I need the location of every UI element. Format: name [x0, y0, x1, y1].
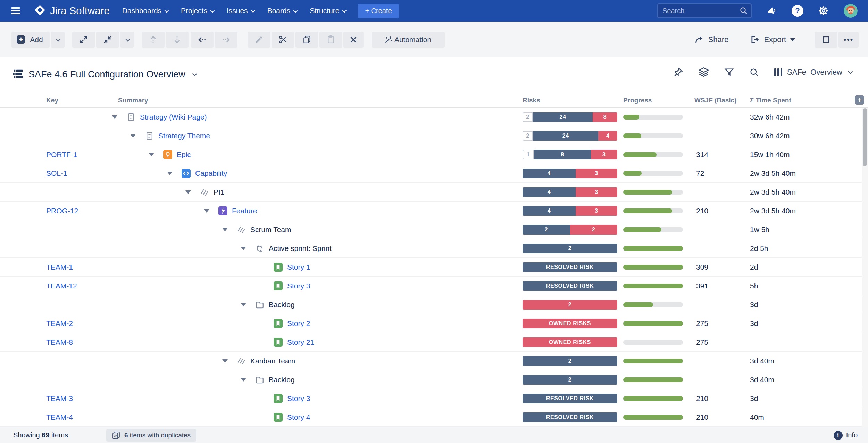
- perspective-selector[interactable]: SAFe_Overview: [774, 68, 851, 77]
- issue-key-link[interactable]: TEAM-1: [46, 258, 73, 276]
- summary-text[interactable]: Feature: [232, 207, 257, 215]
- jira-logo[interactable]: Jira Software: [34, 4, 110, 17]
- expand-collapse-chevron[interactable]: [241, 303, 246, 306]
- vertical-scrollbar[interactable]: [862, 108, 868, 427]
- summary-text[interactable]: Story 2: [287, 319, 310, 328]
- expand-collapse-chevron[interactable]: [112, 115, 117, 119]
- table-row[interactable]: Kanban Team23d 40m: [0, 352, 868, 370]
- summary-text[interactable]: Story 21: [287, 338, 314, 346]
- risks-bar[interactable]: OWNED RISKS: [523, 337, 617, 347]
- nav-dashboards[interactable]: Dashboards: [122, 7, 168, 15]
- table-row[interactable]: SOL-1Capability43722w 3d 5h 40m: [0, 164, 868, 183]
- table-row[interactable]: Scrum Team221w 5h: [0, 220, 868, 239]
- fullscreen-button[interactable]: [815, 32, 837, 48]
- expand-collapse-chevron[interactable]: [222, 359, 228, 363]
- nav-issues[interactable]: Issues: [227, 7, 254, 15]
- expand-collapse-chevron[interactable]: [241, 378, 246, 382]
- table-row[interactable]: Backlog23d 40m: [0, 370, 868, 389]
- table-row[interactable]: TEAM-4Story 4RESOLVED RISK21040m: [0, 408, 868, 427]
- risks-bar[interactable]: 2: [523, 356, 617, 366]
- expand-dropdown-button[interactable]: [120, 32, 134, 48]
- risks-bar[interactable]: 2: [523, 300, 617, 310]
- automation-button[interactable]: Automation: [372, 32, 445, 48]
- risks-bar[interactable]: RESOLVED RISK: [523, 281, 617, 291]
- table-row[interactable]: TEAM-1Story 1RESOLVED RISK3092d: [0, 258, 868, 277]
- column-header-key[interactable]: Key: [46, 97, 58, 104]
- info-button[interactable]: i Info: [834, 431, 858, 440]
- help-icon[interactable]: ?: [792, 5, 803, 17]
- collapse-all-button[interactable]: [96, 32, 119, 48]
- expand-collapse-chevron[interactable]: [167, 172, 173, 175]
- expand-collapse-chevron[interactable]: [222, 228, 228, 231]
- risks-bar[interactable]: RESOLVED RISK: [523, 412, 617, 422]
- table-row[interactable]: PROG-12Feature432102w 3d 5h 40m: [0, 202, 868, 220]
- issue-key-link[interactable]: PROG-12: [46, 202, 78, 220]
- move-up-button[interactable]: [142, 32, 165, 48]
- risks-bar[interactable]: OWNED RISKS: [523, 319, 617, 328]
- search-structure-icon[interactable]: [749, 67, 759, 77]
- add-dropdown-button[interactable]: [51, 32, 65, 48]
- risks-bar[interactable]: 183: [523, 150, 617, 159]
- structure-title[interactable]: SAFe 4.6 Full Configuration Overview: [28, 69, 185, 80]
- table-row[interactable]: TEAM-3Story 3RESOLVED RISK2103d: [0, 389, 868, 408]
- cut-button[interactable]: [272, 32, 294, 48]
- share-button[interactable]: Share: [694, 35, 729, 44]
- issue-key-link[interactable]: TEAM-3: [46, 389, 73, 408]
- issue-key-link[interactable]: TEAM-12: [46, 277, 77, 295]
- paste-button[interactable]: [319, 32, 342, 48]
- export-button[interactable]: Export: [750, 35, 795, 44]
- risks-bar[interactable]: RESOLVED RISK: [523, 394, 617, 403]
- add-button[interactable]: + Add: [11, 32, 50, 48]
- edit-button[interactable]: [248, 32, 270, 48]
- table-row[interactable]: TEAM-8Story 21OWNED RISKS275: [0, 333, 868, 352]
- risks-bar[interactable]: 43: [523, 169, 617, 178]
- filter-icon[interactable]: [724, 67, 734, 77]
- issue-key-link[interactable]: PORTF-1: [46, 145, 77, 164]
- risks-bar[interactable]: 43: [523, 206, 617, 216]
- add-column-button[interactable]: +: [855, 95, 864, 105]
- issue-key-link[interactable]: SOL-1: [46, 164, 67, 182]
- indent-button[interactable]: [215, 32, 237, 48]
- outdent-button[interactable]: [191, 32, 214, 48]
- expand-all-button[interactable]: [72, 32, 95, 48]
- risks-bar[interactable]: 2248: [523, 112, 617, 122]
- nav-boards[interactable]: Boards: [267, 7, 297, 15]
- summary-text[interactable]: Story 3: [287, 282, 310, 290]
- summary-text[interactable]: Strategy (Wiki Page): [140, 113, 207, 121]
- remove-button[interactable]: [343, 32, 364, 48]
- table-row[interactable]: PI1432w 3d 5h 40m: [0, 183, 868, 202]
- expand-collapse-chevron[interactable]: [185, 190, 191, 194]
- settings-gear-icon[interactable]: [818, 5, 829, 16]
- hamburger-menu-icon[interactable]: [11, 7, 20, 14]
- risks-bar[interactable]: 22: [523, 225, 617, 235]
- summary-text[interactable]: Story 1: [287, 263, 310, 271]
- table-row[interactable]: TEAM-12Story 3RESOLVED RISK3915h: [0, 277, 868, 295]
- issue-key-link[interactable]: TEAM-2: [46, 314, 73, 333]
- column-header-summary[interactable]: Summary: [118, 97, 148, 104]
- risks-bar[interactable]: 2: [523, 244, 617, 253]
- move-down-button[interactable]: [166, 32, 189, 48]
- expand-collapse-chevron[interactable]: [130, 134, 136, 138]
- expand-collapse-chevron[interactable]: [241, 247, 246, 250]
- copy-button[interactable]: [295, 32, 318, 48]
- nav-structure[interactable]: Structure: [310, 7, 345, 15]
- column-header-risks[interactable]: Risks: [523, 97, 540, 104]
- column-header-wsjf[interactable]: WSJF (Basic): [694, 97, 736, 104]
- summary-text[interactable]: Story 4: [287, 413, 310, 421]
- nav-projects[interactable]: Projects: [181, 7, 214, 15]
- summary-text[interactable]: Capability: [195, 169, 227, 178]
- table-row[interactable]: TEAM-2Story 2OWNED RISKS2753d: [0, 314, 868, 333]
- risks-bar[interactable]: 2: [523, 375, 617, 385]
- issue-key-link[interactable]: TEAM-4: [46, 408, 73, 426]
- user-avatar[interactable]: [844, 4, 858, 18]
- risks-bar[interactable]: 2244: [523, 131, 617, 141]
- table-row[interactable]: Backlog23d: [0, 295, 868, 314]
- risks-bar[interactable]: RESOLVED RISK: [523, 262, 617, 272]
- summary-text[interactable]: Epic: [177, 150, 191, 159]
- column-header-time-spent[interactable]: Σ Time Spent: [750, 97, 791, 104]
- summary-text[interactable]: Strategy Theme: [158, 132, 210, 140]
- summary-text[interactable]: Story 3: [287, 394, 310, 403]
- table-row[interactable]: PORTF-1Epic18331415w 1h 40m: [0, 145, 868, 164]
- risks-bar[interactable]: 43: [523, 187, 617, 197]
- scrollbar-thumb[interactable]: [863, 108, 867, 166]
